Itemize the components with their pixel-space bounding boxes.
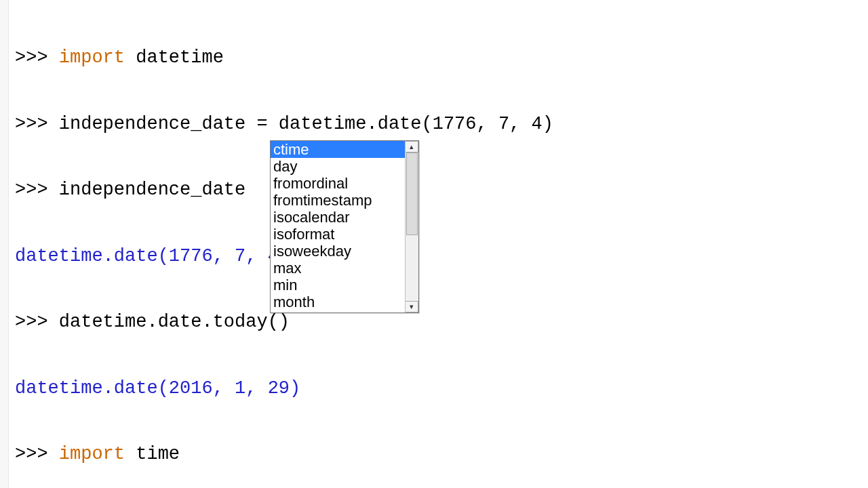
- scroll-thumb[interactable]: [406, 152, 418, 235]
- autocomplete-scrollbar[interactable]: ▴ ▾: [405, 141, 418, 312]
- python-shell-editor[interactable]: >>> import datetime >>> independence_dat…: [0, 0, 868, 488]
- code-line: >>> independence_date: [15, 179, 868, 201]
- autocomplete-item[interactable]: ctime: [271, 141, 405, 158]
- autocomplete-item[interactable]: fromordinal: [271, 175, 405, 192]
- scroll-down-button[interactable]: ▾: [406, 301, 418, 312]
- code-line: >>> import datetime: [15, 47, 868, 69]
- code-line: >>> datetime.date.today(): [15, 311, 868, 333]
- code-line: >>> independence_date = datetime.date(17…: [15, 113, 868, 136]
- autocomplete-item[interactable]: isocalendar: [271, 209, 405, 226]
- autocomplete-item[interactable]: min: [271, 277, 405, 293]
- autocomplete-item[interactable]: fromtimestamp: [271, 192, 405, 209]
- autocomplete-item[interactable]: month: [271, 293, 405, 310]
- autocomplete-item[interactable]: isoformat: [271, 226, 405, 243]
- autocomplete-item[interactable]: day: [271, 158, 405, 175]
- autocomplete-list[interactable]: ctimedayfromordinalfromtimestampisocalen…: [271, 141, 405, 312]
- scroll-track[interactable]: [406, 152, 418, 301]
- autocomplete-item[interactable]: isoweekday: [271, 243, 405, 260]
- autocomplete-item[interactable]: max: [271, 260, 405, 277]
- output-line: datetime.date(2016, 1, 29): [15, 378, 868, 400]
- code-line: >>> import time: [15, 443, 868, 466]
- prompt: >>>: [15, 47, 59, 68]
- keyword-import: import: [59, 47, 125, 68]
- output-line: datetime.date(1776, 7, 4): [15, 245, 868, 268]
- scroll-up-button[interactable]: ▴: [406, 141, 418, 152]
- autocomplete-popup[interactable]: ctimedayfromordinalfromtimestampisocalen…: [270, 140, 419, 313]
